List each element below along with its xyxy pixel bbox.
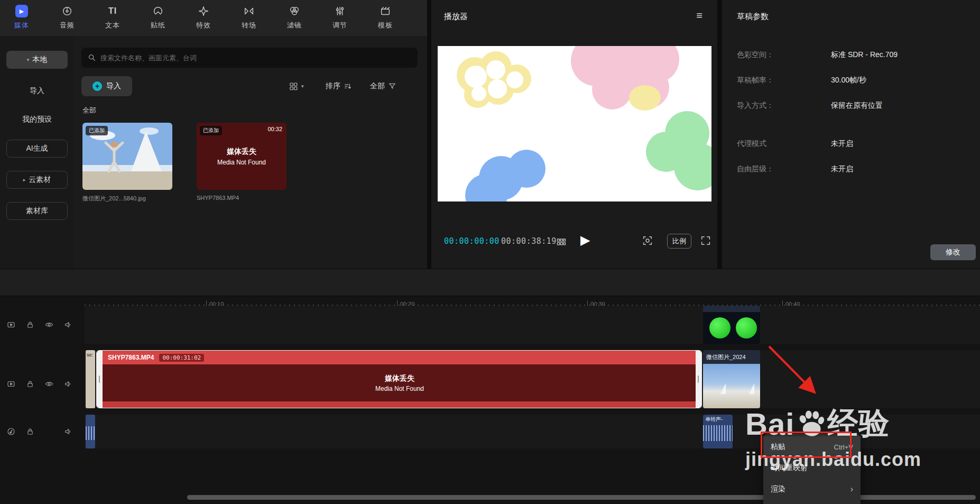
param-label: 色彩空间： xyxy=(737,50,774,60)
clip-missing-media[interactable]: SHYP7863.MP4 00:00:31:02 媒体丢失 Media Not … xyxy=(96,350,702,408)
tab-text[interactable]: TI 文本 xyxy=(97,4,128,30)
tab-label: 音频 xyxy=(60,21,75,30)
green-dot xyxy=(709,317,731,338)
menu-item-time-remap[interactable]: 时间重映射 xyxy=(763,457,861,479)
top-nav: ▶ 媒体 音频 TI 文本 贴纸 特效 转场 xyxy=(0,0,427,36)
clip-filename: SHYP7863.MP4 xyxy=(108,354,154,361)
filter-icon xyxy=(289,5,300,17)
clip-green-screen[interactable] xyxy=(703,306,760,344)
lock-icon[interactable] xyxy=(25,379,35,389)
param-value: 未开启 xyxy=(831,139,853,149)
focus-frame-icon[interactable] xyxy=(642,235,653,246)
tab-adjust[interactable]: 调节 xyxy=(325,4,355,30)
sidebar-label: 本地 xyxy=(32,55,47,65)
view-mode-selector[interactable]: ▾ xyxy=(289,78,304,94)
media-item-caption: SHYP7863.MP4 xyxy=(197,195,286,201)
param-label: 代理模式 xyxy=(737,139,766,149)
param-value: 标准 SDR - Rec.709 xyxy=(831,50,898,60)
param-value: 30.00帧/秒 xyxy=(831,76,866,85)
play-button[interactable]: ▶ xyxy=(580,233,590,248)
lock-icon[interactable] xyxy=(25,320,35,329)
sticker-icon xyxy=(152,5,164,17)
speaker-icon[interactable] xyxy=(63,379,73,389)
menu-item-render[interactable]: 渲染 › xyxy=(763,479,861,500)
trim-handle-left[interactable] xyxy=(97,351,103,408)
audio-track-icon xyxy=(6,427,16,436)
tab-label: 模板 xyxy=(378,21,393,30)
triangle-down-icon: ▾ xyxy=(27,57,30,62)
tab-filters[interactable]: 滤镜 xyxy=(279,4,310,30)
sidebar-item-import[interactable]: 导入 xyxy=(0,86,74,96)
clip-wechat-image[interactable]: 微信图片_2024 xyxy=(703,350,760,408)
transition-icon xyxy=(243,5,255,17)
sidebar-item-ai[interactable]: AI生成 xyxy=(6,140,68,158)
sort-button[interactable]: 排序 xyxy=(326,78,352,94)
clip-title: 微信图片_2024 xyxy=(703,350,760,364)
speaker-icon[interactable] xyxy=(63,320,73,329)
missing-text-cn: 媒体丢失 xyxy=(385,374,414,383)
modify-button[interactable]: 修改 xyxy=(930,244,976,260)
clip-audio-fragment[interactable] xyxy=(86,415,95,448)
clip-fragment[interactable]: se: xyxy=(86,350,95,408)
lock-icon[interactable] xyxy=(25,427,35,436)
video-track-icon xyxy=(6,320,16,329)
clip-thumb xyxy=(732,364,760,408)
added-badge: 已添加 xyxy=(86,126,108,135)
grid-view-icon xyxy=(289,81,298,91)
media-panel: ▶ 媒体 音频 TI 文本 贴纸 特效 转场 xyxy=(0,0,427,269)
missing-text-en: Media Not Found xyxy=(217,159,266,166)
tab-sticker[interactable]: 贴纸 xyxy=(143,4,173,30)
params-title: 草稿参数 xyxy=(737,12,769,22)
section-label: 全部 xyxy=(82,106,96,115)
menu-item-paste[interactable]: 粘贴 Ctrl+V xyxy=(763,436,861,457)
audio-icon xyxy=(61,5,73,17)
fullscreen-icon[interactable] xyxy=(700,235,711,246)
sidebar-item-cloud[interactable]: ▸ 云素材 xyxy=(6,171,68,189)
param-label: 导入方式： xyxy=(737,101,774,111)
import-button[interactable]: + 导入 xyxy=(81,76,132,96)
tab-transitions[interactable]: 转场 xyxy=(234,4,264,30)
param-value: 保留在原有位置 xyxy=(831,101,883,111)
capcut-app: ▶ 媒体 音频 TI 文本 贴纸 特效 转场 xyxy=(0,0,980,504)
eye-icon[interactable] xyxy=(44,320,54,329)
ratio-button[interactable]: 比例 xyxy=(667,234,691,249)
clip-header: SHYP7863.MP4 00:00:31:02 xyxy=(103,351,697,364)
tab-media[interactable]: ▶ 媒体 xyxy=(6,4,37,30)
clip-title-strip xyxy=(703,306,760,312)
media-item-missing[interactable]: 媒体丢失 Media Not Found 已添加 00:32 xyxy=(197,123,286,190)
triangle-right-icon: ▸ xyxy=(23,177,26,182)
media-item-photo[interactable]: 已添加 xyxy=(82,123,172,190)
search-input[interactable] xyxy=(100,54,411,62)
filter-button[interactable]: 全部 xyxy=(370,78,396,94)
waveform xyxy=(703,429,733,437)
player-panel: 播放器 ≡ xyxy=(431,0,717,269)
adjust-icon xyxy=(334,5,346,17)
tab-audio[interactable]: 音频 xyxy=(52,4,82,30)
tab-templates[interactable]: 模板 xyxy=(370,4,401,30)
tab-effects[interactable]: 特效 xyxy=(188,4,219,30)
plus-icon: + xyxy=(93,81,102,91)
current-time: 00:00:00:00 xyxy=(444,236,500,246)
sidebar-item-local[interactable]: ▾ 本地 xyxy=(6,51,68,69)
frames-icon[interactable] xyxy=(556,236,567,247)
tab-label: 特效 xyxy=(196,21,211,30)
clip-timecode: 00:00:31:02 xyxy=(159,354,204,362)
eye-icon[interactable] xyxy=(44,379,54,389)
trim-handle-right[interactable] xyxy=(696,351,701,408)
preview-frame xyxy=(438,46,711,201)
speaker-icon[interactable] xyxy=(63,427,73,436)
clip-ringtone[interactable]: 单铃声- xyxy=(703,415,733,448)
hamburger-icon[interactable]: ≡ xyxy=(696,10,702,22)
waveform xyxy=(86,426,95,440)
sidebar-item-library[interactable]: 素材库 xyxy=(6,202,68,220)
submenu-arrow-icon: › xyxy=(850,484,853,494)
video-track-2-lane xyxy=(85,306,980,344)
track-header-audio xyxy=(6,427,73,436)
clip-title: 单铃声- xyxy=(705,416,723,423)
tab-label: 媒体 xyxy=(14,21,29,30)
text-icon: TI xyxy=(108,6,117,16)
sidebar-item-presets[interactable]: 我的预设 xyxy=(0,115,74,124)
preview-canvas[interactable] xyxy=(438,46,711,201)
track-header-video1 xyxy=(6,379,73,389)
sort-icon xyxy=(344,82,352,90)
